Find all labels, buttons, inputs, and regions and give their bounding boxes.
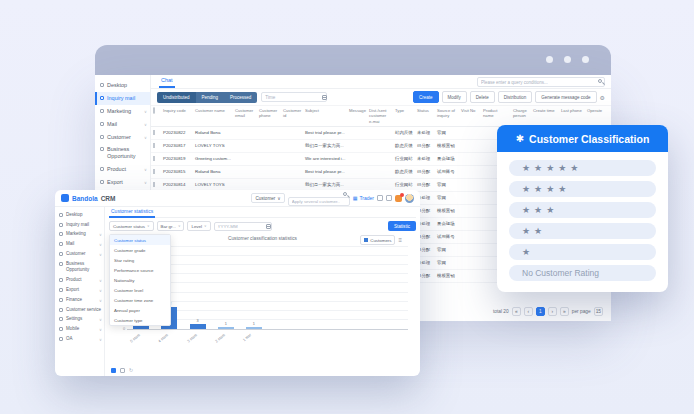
notification-bell-icon[interactable] (395, 195, 402, 202)
view-mode-active-icon[interactable] (111, 368, 116, 373)
filter-bar-gr[interactable]: Bar gr...∨ (157, 221, 185, 231)
col-header-customer-phone: Customer phone (257, 106, 281, 126)
settings-gear-icon[interactable]: ⚙ (600, 94, 605, 101)
customer-search-input[interactable] (288, 197, 350, 206)
inquiry-mail-icon (100, 96, 104, 100)
cw-sidebar-item-customer[interactable]: Customer∨ (55, 249, 104, 259)
rating-pill-1-stars[interactable]: ★ (509, 244, 656, 260)
cell-status: 已分配 (415, 182, 435, 187)
checkbox[interactable] (153, 143, 155, 148)
checkbox[interactable] (153, 107, 155, 114)
sidebar-item-business-opportunity[interactable]: Business Opportunity (95, 143, 150, 163)
tab-chat[interactable]: Chat (159, 75, 175, 88)
view-mode-icon[interactable] (120, 368, 125, 373)
sidebar-item-export[interactable]: Export∨ (95, 176, 150, 189)
segment-undistributed[interactable]: Undistributed (157, 92, 196, 103)
sidebar-item-mail[interactable]: Mail∨ (95, 118, 150, 131)
bar-2-stars[interactable]: 1 (218, 327, 234, 329)
sidebar-item-inquiry-mail[interactable]: Inquiry mail (95, 92, 150, 105)
dropdown-option-customer-type[interactable]: Customer type (110, 315, 170, 325)
bar-1-star[interactable]: 1 (246, 327, 262, 329)
cw-sidebar-item-mail[interactable]: Mail∨ (55, 239, 104, 249)
sidebar-item-marketing[interactable]: Marketing∨ (95, 105, 150, 118)
tab-customer-statistics[interactable]: Customer statistics (109, 207, 155, 218)
cw-sidebar-item-mobile[interactable]: Mobile∨ (55, 324, 104, 334)
page-button-1[interactable]: 1 (536, 307, 545, 316)
segment-pending[interactable]: Pending (196, 92, 225, 103)
rating-pill-3-stars[interactable]: ★★★ (509, 202, 656, 218)
checkbox[interactable] (153, 169, 155, 174)
cell-source-of-inquiry: 展会现场 (435, 221, 459, 226)
calendar-icon (266, 224, 271, 229)
gear-icon: ✱ (516, 133, 524, 144)
cw-sidebar-item-finance[interactable]: Finance∨ (55, 295, 104, 305)
cw-sidebar-item-customer-service[interactable]: Customer service (55, 305, 104, 315)
row-checkbox-cell (151, 182, 161, 187)
cw-sidebar-item-marketing[interactable]: Marketing∨ (55, 229, 104, 239)
apps-icon[interactable] (377, 195, 383, 201)
cw-sidebar-item-inquiry-mail[interactable]: Inquiry mail (55, 220, 104, 230)
dropdown-option-performance-source[interactable]: Performance source (110, 265, 170, 275)
fullscreen-icon[interactable] (386, 195, 392, 201)
hamburger-menu-icon[interactable]: ≡ (398, 237, 402, 243)
cw-sidebar-item-product[interactable]: Product∨ (55, 275, 104, 285)
time-filter-input[interactable] (261, 92, 327, 102)
cell-inquiry-code: P20230822 (161, 130, 193, 135)
checkbox[interactable] (153, 156, 155, 161)
filter-level[interactable]: Level∨ (187, 221, 210, 231)
dropdown-option-customer-level[interactable]: Customer level (110, 285, 170, 295)
rating-pill-5-stars[interactable]: ★★★★★ (509, 160, 656, 176)
date-filter-input[interactable] (214, 222, 272, 231)
rating-pill-4-stars[interactable]: ★★★★ (509, 181, 656, 197)
cell-subject: We are interested i... (303, 156, 347, 161)
sidebar-item-product[interactable]: Product∨ (95, 163, 150, 176)
cw-sidebar-item-export[interactable]: Export∨ (55, 285, 104, 295)
modify-button[interactable]: Modify (442, 91, 467, 103)
dropdown-option-annual-payer[interactable]: Annual payer (110, 305, 170, 315)
trader-link[interactable]: ▦Trader (353, 195, 374, 201)
statistic-button[interactable]: Statistic (388, 221, 416, 231)
scope-select[interactable]: Customer∨ (251, 193, 284, 203)
page-button-item[interactable]: › (548, 307, 557, 316)
cell-inquiry-code: P20230815 (161, 169, 193, 174)
chevron-down-icon: ∨ (99, 252, 102, 257)
dropdown-option-customer-grade[interactable]: Customer grade (110, 245, 170, 255)
page-button-item[interactable]: ‹ (524, 307, 533, 316)
generate-message-code-button[interactable]: Generate message code (535, 91, 596, 103)
rating-pill-2-stars[interactable]: ★★ (509, 223, 656, 239)
query-search-input[interactable] (477, 77, 605, 87)
cell-source-of-inquiry: 试用账号 (435, 234, 459, 239)
bar-3-stars[interactable]: 3 (190, 324, 206, 329)
page-size-select[interactable]: 15 (594, 307, 603, 316)
cell-source-of-inquiry: 模板营销 (435, 273, 459, 278)
refresh-icon[interactable]: ↻ (129, 367, 133, 373)
no-rating-pill[interactable]: No Customer Rating (509, 265, 656, 281)
grid-icon: ▦ (353, 195, 358, 201)
delete-button[interactable]: Delete (470, 91, 495, 103)
avatar[interactable] (405, 194, 414, 203)
sidebar-item-desktop[interactable]: Desktop (95, 79, 150, 92)
page-button-item[interactable]: « (512, 307, 521, 316)
checkbox[interactable] (153, 130, 155, 135)
checkbox[interactable] (153, 182, 155, 187)
dropdown-option-nationality[interactable]: Nationality (110, 275, 170, 285)
page-button-item[interactable]: » (560, 307, 569, 316)
legend-item-customers[interactable]: Customers (360, 235, 395, 245)
cw-sidebar-item-business-opportunity[interactable]: Business Opportunity (55, 259, 104, 274)
segment-processed[interactable]: Processed (224, 92, 257, 103)
y-tick-label: 0 (123, 327, 125, 331)
filter-customer-status[interactable]: Customer status∨ (109, 221, 154, 231)
dropdown-option-customer-time-zone[interactable]: Customer time zone (110, 295, 170, 305)
x-tick-label: 1 star (242, 333, 252, 342)
cell-source-of-inquiry: 官网 (435, 182, 459, 187)
dropdown-option-customer-status[interactable]: Customer status (110, 235, 170, 245)
cw-sidebar-item-oa[interactable]: OA∨ (55, 334, 104, 344)
main-toolbar: UndistributedPendingProcessed CreateModi… (151, 89, 611, 106)
cw-sidebar-item-settings[interactable]: Settings∨ (55, 314, 104, 324)
sidebar-item-customer[interactable]: Customer∨ (95, 131, 150, 144)
distribution-button[interactable]: Distribution (498, 91, 533, 103)
create-button[interactable]: Create (413, 91, 439, 103)
dropdown-option-star-rating[interactable]: Star rating (110, 255, 170, 265)
cw-sidebar-item-desktop[interactable]: Desktop (55, 210, 104, 220)
col-header-operate: Operate (585, 106, 611, 126)
